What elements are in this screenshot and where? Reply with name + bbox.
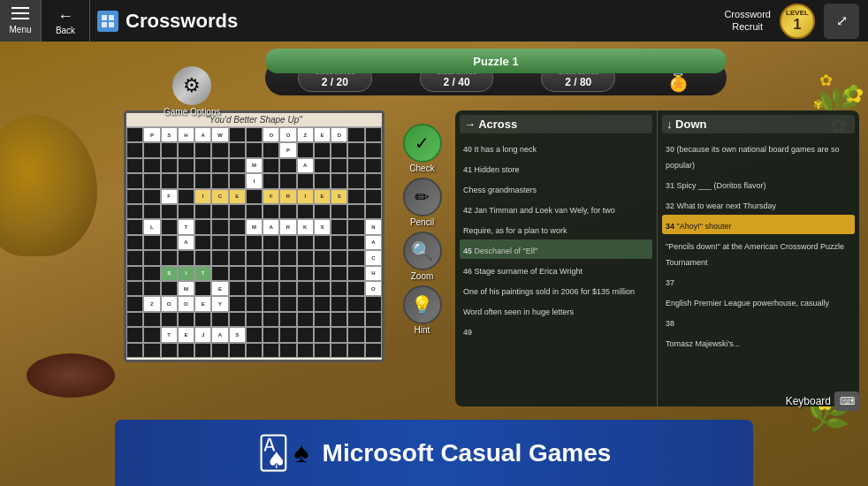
grid-cell[interactable]: F xyxy=(161,189,178,204)
grid-cell[interactable] xyxy=(297,281,314,296)
grid-cell[interactable] xyxy=(126,343,143,358)
expand-button[interactable]: ⤢ xyxy=(824,4,859,39)
grid-cell[interactable] xyxy=(331,173,347,188)
grid-cell[interactable] xyxy=(194,312,211,327)
grid-cell[interactable]: I xyxy=(194,189,211,204)
grid-cell[interactable]: W xyxy=(211,127,228,142)
grid-cell[interactable] xyxy=(126,312,143,327)
grid-cell[interactable]: L xyxy=(143,219,160,234)
grid-cell[interactable] xyxy=(297,296,314,311)
grid-cell[interactable] xyxy=(331,142,347,157)
grid-cell[interactable] xyxy=(297,327,314,342)
grid-cell[interactable] xyxy=(178,204,194,219)
grid-cell[interactable] xyxy=(194,250,211,265)
grid-cell[interactable] xyxy=(246,250,263,265)
grid-cell[interactable] xyxy=(331,343,347,358)
grid-cell[interactable]: N xyxy=(365,219,382,234)
grid-cell[interactable] xyxy=(347,235,364,250)
grid-cell[interactable] xyxy=(314,250,331,265)
grid-cell[interactable] xyxy=(229,219,246,234)
check-icon[interactable]: ✓ xyxy=(403,124,442,163)
grid-cell[interactable] xyxy=(126,127,143,142)
across-clue-41b[interactable]: Chess grandmasters xyxy=(460,178,652,198)
grid-cell[interactable] xyxy=(365,343,382,358)
grid-cell[interactable] xyxy=(229,127,246,142)
grid-cell[interactable]: M xyxy=(246,158,263,173)
grid-cell[interactable] xyxy=(263,142,279,157)
grid-cell[interactable]: O xyxy=(178,296,194,311)
grid-cell[interactable] xyxy=(314,343,331,358)
grid-cell[interactable] xyxy=(246,296,263,311)
grid-cell[interactable] xyxy=(347,266,364,281)
game-options[interactable]: ⚙ Game Options xyxy=(164,66,220,117)
hint-icon[interactable]: 💡 xyxy=(403,285,442,324)
grid-cell[interactable] xyxy=(263,343,279,358)
grid-cell[interactable] xyxy=(194,343,211,358)
grid-cell[interactable] xyxy=(347,173,364,188)
grid-cell[interactable]: E xyxy=(194,296,211,311)
down-clue-31[interactable]: 31 Spicy ___ (Doritos flavor) xyxy=(662,174,855,194)
grid-cell[interactable] xyxy=(263,266,279,281)
grid-cell[interactable] xyxy=(178,189,194,204)
grid-cell[interactable] xyxy=(347,127,364,142)
grid-cell[interactable] xyxy=(161,173,178,188)
grid-cell[interactable]: E xyxy=(314,189,331,204)
grid-cell[interactable] xyxy=(263,173,279,188)
grid-cell[interactable] xyxy=(314,327,331,342)
down-clue-38[interactable]: 38 xyxy=(662,312,855,331)
grid-cell[interactable] xyxy=(211,173,228,188)
grid-cell[interactable] xyxy=(297,173,314,188)
across-clue-49[interactable]: 49 xyxy=(460,321,652,340)
grid-cell[interactable] xyxy=(161,158,178,173)
grid-cell[interactable] xyxy=(347,142,364,157)
grid-cell[interactable]: P xyxy=(143,127,160,142)
grid-cell[interactable] xyxy=(347,158,364,173)
grid-cell[interactable] xyxy=(246,266,263,281)
grid-cell[interactable] xyxy=(365,189,382,204)
grid-cell[interactable] xyxy=(194,235,211,250)
grid-cell[interactable] xyxy=(246,312,263,327)
grid-cell[interactable] xyxy=(314,158,331,173)
grid-cell[interactable] xyxy=(365,327,382,342)
grid-cell[interactable] xyxy=(143,204,160,219)
grid-cell[interactable] xyxy=(263,281,279,296)
grid-cell[interactable] xyxy=(347,281,364,296)
grid-cell[interactable] xyxy=(229,173,246,188)
grid-cell[interactable] xyxy=(126,327,143,342)
grid-cell[interactable] xyxy=(161,142,178,157)
grid-cell[interactable] xyxy=(229,312,246,327)
grid-cell[interactable] xyxy=(365,142,382,157)
keyboard-button[interactable]: Keyboard ⌨ xyxy=(786,391,859,411)
grid-cell[interactable] xyxy=(279,173,296,188)
zoom-icon[interactable]: 🔍 xyxy=(403,232,442,270)
grid-cell[interactable]: O xyxy=(161,296,178,311)
grid-cell[interactable] xyxy=(194,204,211,219)
menu-button[interactable]: Menu xyxy=(0,0,42,42)
grid-cell[interactable]: S xyxy=(314,219,331,234)
grid-cell[interactable] xyxy=(126,189,143,204)
grid-cell[interactable] xyxy=(365,296,382,311)
grid-cell[interactable] xyxy=(314,204,331,219)
grid-cell[interactable] xyxy=(161,204,178,219)
grid-cell[interactable]: A xyxy=(263,219,279,234)
grid-cell[interactable] xyxy=(347,219,364,234)
across-clue-47[interactable]: Word often seen in huge letters xyxy=(460,300,652,320)
down-clue-37[interactable]: 37 xyxy=(662,271,855,291)
grid-cell[interactable] xyxy=(246,235,263,250)
across-clue-46b[interactable]: One of his paintings sold in 2006 for $1… xyxy=(460,280,652,300)
grid-cell[interactable] xyxy=(297,142,314,157)
grid-cell[interactable]: K xyxy=(297,219,314,234)
mcg-banner[interactable]: 🂡 ♠ Microsoft Casual Games xyxy=(115,420,753,486)
across-clue-42[interactable]: 42 Jan Timman and Loek van Wely, for two xyxy=(460,199,652,218)
grid-cell[interactable]: I xyxy=(297,189,314,204)
grid-cell[interactable]: T xyxy=(178,219,194,234)
grid-cell[interactable] xyxy=(229,204,246,219)
grid-cell[interactable] xyxy=(229,235,246,250)
grid-cell[interactable] xyxy=(331,296,347,311)
grid-cell[interactable]: A xyxy=(194,127,211,142)
grid-cell[interactable]: E xyxy=(211,281,228,296)
grid-cell[interactable] xyxy=(143,189,160,204)
grid-cell[interactable] xyxy=(246,127,263,142)
grid-cell[interactable] xyxy=(347,296,364,311)
grid-cell[interactable] xyxy=(314,296,331,311)
